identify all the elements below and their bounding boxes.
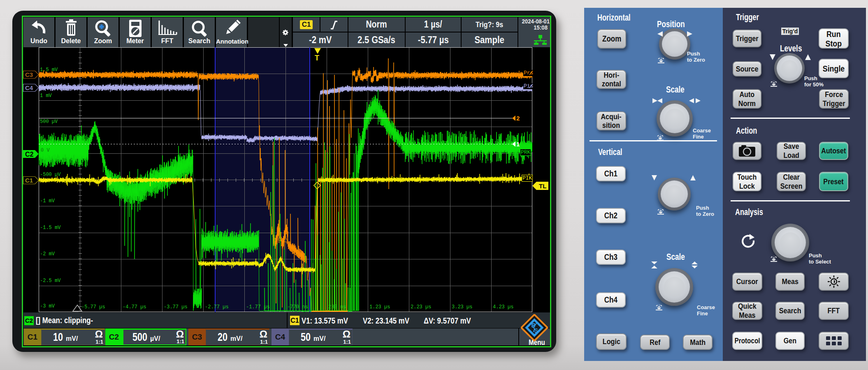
svg-text:S: S (534, 327, 538, 334)
svg-text:1: 1 (516, 141, 520, 147)
svg-text:C1: C1 (25, 177, 33, 184)
svg-text:2: 2 (516, 116, 520, 121)
svg-text:C3: C3 (25, 71, 33, 78)
svg-text:C4: C4 (25, 84, 33, 91)
svg-text:TL: TL (539, 183, 546, 190)
svg-text:C2: C2 (25, 151, 34, 158)
